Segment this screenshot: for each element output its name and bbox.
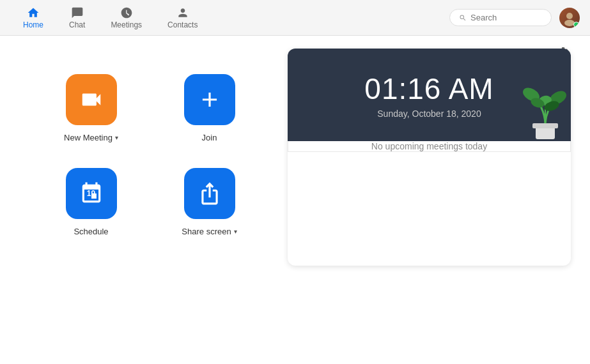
meetings-section: No upcoming meetings today <box>288 141 571 152</box>
search-box[interactable] <box>449 9 552 26</box>
left-panel: New Meeting ▾ Join <box>0 36 288 364</box>
schedule-item[interactable]: 19 Schedule <box>51 168 131 236</box>
tab-chat[interactable]: Chat <box>56 3 98 33</box>
main-content: New Meeting ▾ Join <box>0 36 590 364</box>
new-meeting-label: New Meeting ▾ <box>64 133 118 142</box>
schedule-button[interactable]: 19 <box>66 168 117 219</box>
svg-rect-3 <box>532 123 558 128</box>
navbar: Home Chat Meetings Contacts <box>0 0 590 36</box>
action-grid: New Meeting ▾ Join <box>51 74 249 236</box>
new-meeting-item[interactable]: New Meeting ▾ <box>51 74 131 142</box>
join-button[interactable] <box>184 74 235 125</box>
join-item[interactable]: Join <box>169 74 249 142</box>
right-panel: 01:16 AM Sunday, October 18, 2020 No upc… <box>288 36 590 364</box>
search-input[interactable] <box>470 13 542 22</box>
share-screen-label: Share screen ▾ <box>182 227 237 236</box>
tab-contacts[interactable]: Contacts <box>155 3 210 33</box>
no-meetings-text: No upcoming meetings today <box>371 141 487 151</box>
online-indicator <box>573 22 579 27</box>
clock-date: Sunday, October 18, 2020 <box>377 109 481 119</box>
schedule-label: Schedule <box>74 227 108 236</box>
nav-tabs: Home Chat Meetings Contacts <box>10 3 210 33</box>
plant-decoration <box>520 71 571 141</box>
avatar[interactable] <box>559 8 580 28</box>
svg-point-0 <box>566 13 573 19</box>
search-icon <box>459 13 467 22</box>
share-screen-chevron: ▾ <box>234 228 237 235</box>
tab-home[interactable]: Home <box>10 3 56 33</box>
join-label: Join <box>202 133 217 142</box>
new-meeting-chevron: ▾ <box>115 134 118 141</box>
share-screen-button[interactable] <box>184 168 235 219</box>
clock-time: 01:16 AM <box>364 72 493 106</box>
share-screen-item[interactable]: Share screen ▾ <box>169 168 249 236</box>
clock-section: 01:16 AM Sunday, October 18, 2020 <box>288 49 571 141</box>
calendar-card: 01:16 AM Sunday, October 18, 2020 No upc… <box>288 49 571 266</box>
new-meeting-button[interactable] <box>66 74 117 125</box>
nav-right <box>449 8 580 28</box>
tab-meetings[interactable]: Meetings <box>98 3 155 33</box>
